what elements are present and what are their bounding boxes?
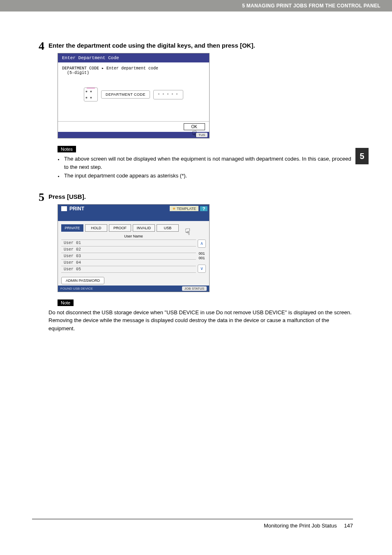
instruction-line1: DEPARTMENT CODE ▸ Enter department code: [62, 66, 158, 71]
screen-title: Enter Department Code: [58, 53, 209, 62]
note-item: The above screen will not be displayed w…: [63, 155, 353, 171]
card-icon: ＊＊＊＊: [84, 88, 98, 101]
status-button[interactable]: TUS: [196, 133, 208, 137]
running-header: 5 MANAGING PRINT JOBS FROM THE CONTROL P…: [0, 0, 392, 12]
star-icon: ★: [172, 206, 176, 211]
print-header-title: PRINT: [69, 206, 84, 212]
list-item[interactable]: User 03: [61, 253, 196, 259]
card-asterisks: ＊＊＊＊: [84, 89, 97, 101]
step-number-5: 5: [32, 191, 48, 203]
column-header-username: User Name: [61, 233, 206, 240]
note-item: The input department code appears as ast…: [63, 172, 353, 180]
printer-icon: [61, 206, 67, 211]
step-5: 5 Press [USB]. PRINT ★TEMPLATE ?: [32, 191, 353, 333]
admin-password-button[interactable]: ADMIN PASSWORD: [61, 277, 104, 284]
dept-code-label: DEPARTMENT CODE: [101, 90, 150, 99]
scroll-down-button[interactable]: ∨: [198, 265, 206, 273]
list-item[interactable]: User 05: [61, 266, 196, 273]
tab-usb[interactable]: USB: [157, 224, 179, 232]
job-status-button[interactable]: JOB STATUS: [182, 286, 207, 291]
step4-notes-list: The above screen will not be displayed w…: [48, 155, 353, 180]
page-top-num: 001: [198, 251, 205, 256]
tab-invalid[interactable]: INVALID: [133, 224, 155, 232]
dept-code-screenshot: Enter Department Code DEPARTMENT CODE ▸ …: [58, 53, 210, 138]
page-bottom-num: 001: [198, 256, 205, 260]
tab-hold[interactable]: HOLD: [85, 224, 107, 232]
step-number-4: 4: [32, 40, 48, 52]
step5-title: Press [USB].: [48, 193, 353, 200]
footer-title: Monitoring the Print Job Status: [264, 523, 337, 529]
dept-code-input[interactable]: ＊＊＊＊＊: [153, 90, 183, 99]
list-item[interactable]: User 02: [61, 246, 196, 253]
list-item[interactable]: User 04: [61, 259, 196, 266]
status-left: FOUND USB DEVICE: [60, 287, 93, 290]
pointer-hand-icon: ☟: [192, 129, 197, 139]
list-item[interactable]: User 01: [61, 240, 196, 246]
step-4: 4 Enter the department code using the di…: [32, 40, 353, 187]
step5-note-text: Do not disconnect the USB storage device…: [48, 309, 353, 333]
page-footer: Monitoring the Print Job Status 147: [32, 519, 353, 529]
print-screen-screenshot: PRINT ★TEMPLATE ? PRIVATE HOLD PROOF: [58, 204, 210, 292]
instruction-line2: (5-digit): [67, 71, 89, 75]
page-number: 147: [344, 523, 353, 529]
note-badge: Note: [58, 299, 74, 306]
chapter-side-tab: 5: [355, 148, 369, 164]
tab-proof[interactable]: PROOF: [109, 224, 131, 232]
step4-title: Enter the department code using the digi…: [48, 42, 353, 49]
help-button[interactable]: ?: [200, 206, 208, 211]
tab-private[interactable]: PRIVATE: [61, 224, 83, 232]
template-button[interactable]: ★TEMPLATE: [170, 206, 198, 211]
pointer-hand-icon: ☟: [185, 227, 190, 237]
scroll-up-button[interactable]: ∧: [198, 240, 206, 248]
notes-badge: Notes: [58, 146, 76, 152]
user-list: User 01 User 02 User 03 User 04 User 05: [61, 240, 196, 273]
